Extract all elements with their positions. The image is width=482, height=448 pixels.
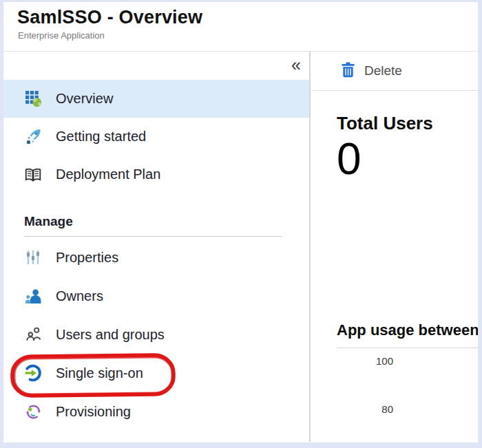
sidebar-item-label: Properties <box>56 250 118 266</box>
total-users-value: 0 <box>337 137 478 181</box>
total-users-label: Total Users <box>337 113 478 134</box>
sidebar-nav: « Overview <box>3 52 311 442</box>
section-divider <box>24 236 282 237</box>
sidebar-item-getting-started[interactable]: Getting started <box>3 118 309 156</box>
command-bar: Delete <box>311 52 478 91</box>
collapse-sidebar-icon[interactable]: « <box>291 54 301 75</box>
sign-in-arrow-icon <box>24 364 42 382</box>
owners-people-icon <box>24 287 42 305</box>
sidebar-item-provisioning[interactable]: Provisioning <box>3 392 309 431</box>
delete-button[interactable]: Delete <box>341 62 402 81</box>
open-book-icon <box>24 166 42 184</box>
page-subtitle: Enterprise Application <box>18 30 478 41</box>
delete-button-label: Delete <box>364 63 402 78</box>
sliders-icon <box>24 248 42 266</box>
manage-list: Properties Owners <box>3 238 309 431</box>
page-title: SamlSSO - Overview <box>17 7 478 28</box>
sidebar-item-single-sign-on[interactable]: Single sign-on <box>3 354 309 392</box>
sidebar-item-properties[interactable]: Properties <box>3 238 309 277</box>
sidebar-item-users-and-groups[interactable]: Users and groups <box>3 315 309 354</box>
sync-arrows-icon <box>24 403 42 420</box>
chart-top-divider <box>337 348 478 348</box>
sidebar-item-deployment-plan[interactable]: Deployment Plan <box>3 156 309 193</box>
sidebar-item-owners[interactable]: Owners <box>3 277 309 315</box>
y-axis-tick: 100 <box>352 354 393 368</box>
sidebar-item-label: Overview <box>56 91 113 107</box>
trash-icon <box>341 62 355 81</box>
sidebar-item-overview[interactable]: Overview <box>3 80 309 118</box>
sidebar-item-label: Deployment Plan <box>56 167 160 182</box>
rocket-icon <box>24 128 42 146</box>
app-usage-chart-title: App usage between <box>337 321 478 339</box>
sidebar-collapse-row: « <box>3 52 309 80</box>
sidebar-item-label: Users and groups <box>56 327 165 343</box>
sidebar-item-label: Provisioning <box>56 404 131 420</box>
manage-section-header: Manage <box>24 214 309 229</box>
overview-grid-globe-icon <box>24 90 42 108</box>
users-outline-icon <box>24 326 42 343</box>
app-window: SamlSSO - Overview Enterprise Applicatio… <box>3 2 478 442</box>
main-panel: Delete Total Users 0 App usage between 1… <box>311 52 478 442</box>
sidebar-item-label: Single sign-on <box>56 365 143 381</box>
content-area: « Overview <box>3 52 478 442</box>
sidebar-item-label: Getting started <box>56 129 146 145</box>
sidebar-item-label: Owners <box>56 288 103 304</box>
y-axis-tick: 80 <box>352 403 393 416</box>
page-header: SamlSSO - Overview Enterprise Applicatio… <box>3 2 478 52</box>
